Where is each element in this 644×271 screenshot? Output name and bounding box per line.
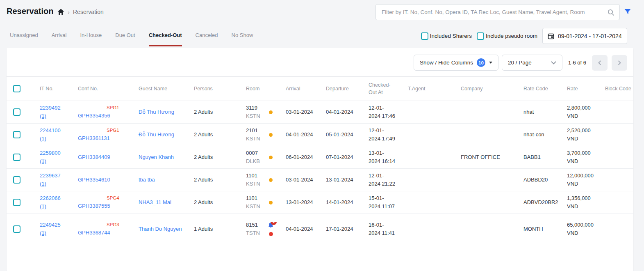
table-row[interactable]: 2249425 (1) SPG3 GPH3368744 Thanh Do Ngu… [7, 214, 633, 244]
pagination-range: 1-6 of 6 [568, 60, 586, 66]
rate-code-value: ADBBD20 [523, 176, 560, 184]
checked-out-at-line2: 2024 16:14 [369, 157, 397, 165]
departure-date: 07-01-2024 [326, 153, 362, 161]
arrival-date: 03-01-2024 [286, 176, 319, 184]
col-company[interactable]: Company [454, 85, 517, 92]
date-range-picker[interactable]: 09-01-2024 - 17-01-2024 [542, 28, 627, 44]
guest-name-link[interactable]: Đỗ Thu Hương [139, 131, 187, 139]
it-no-link[interactable]: 2249425 [40, 221, 73, 229]
search-icon[interactable] [607, 9, 614, 16]
col-rate[interactable]: Rate [560, 85, 598, 92]
conf-no-link[interactable]: GPH3354356 [78, 112, 132, 120]
departure-date: 05-01-2024 [326, 131, 362, 139]
it-no-count-link[interactable]: (1) [40, 135, 73, 143]
rate-amount: 2,800,000 [567, 104, 598, 112]
col-departure[interactable]: Departure [319, 85, 362, 92]
show-hide-columns-label: Show / Hide Columns [420, 60, 473, 66]
rate-amount: 65,000,000 [567, 221, 598, 229]
col-t-agent[interactable]: T.Agent [401, 85, 454, 92]
search-input[interactable] [382, 9, 607, 15]
guest-name-link[interactable]: Nguyen Khanh [139, 153, 187, 161]
col-block-code[interactable]: Block Code [598, 85, 633, 92]
filter-search[interactable] [375, 4, 620, 20]
include-pseudo-room-checkbox[interactable] [477, 32, 484, 40]
rate-amount: 12,000,000 [567, 172, 598, 180]
page-size-select[interactable]: 20 / Page [502, 55, 562, 71]
select-all-checkbox[interactable] [13, 85, 20, 92]
row-checkbox[interactable] [13, 225, 20, 233]
table-row[interactable]: 2239492 (1) SPG1 GPH3354356 Đỗ Thu Hương… [7, 101, 633, 124]
it-no-link[interactable]: 2262066 [40, 194, 73, 202]
conf-no-link[interactable]: GPH3354610 [78, 176, 132, 184]
conf-no-link[interactable]: GPH3368744 [78, 229, 132, 237]
conf-tag: SPG1 [107, 104, 132, 112]
tab-due-out[interactable]: Due Out [115, 32, 135, 46]
include-pseudo-room-option[interactable]: Include pseudo room [477, 32, 537, 40]
it-no-link[interactable]: 2239492 [40, 104, 73, 112]
table-row[interactable]: 2259800 (1) GPH3384409 Nguyen Khanh 2 Ad… [7, 146, 633, 169]
col-checked-out-at[interactable]: Checked-Out At [362, 81, 401, 96]
filter-funnel-icon[interactable] [624, 8, 633, 17]
table-row[interactable]: 2262066 (1) SPG4 GPH3387555 NHA3_11 Mai … [7, 191, 633, 214]
it-no-count-link[interactable]: (1) [40, 202, 73, 211]
checked-out-at-line1: 15-01- [369, 194, 397, 202]
checked-out-at-line1: 16-01- [369, 221, 397, 229]
col-room[interactable]: Room [239, 85, 262, 92]
breadcrumb-item[interactable]: Reservation [73, 9, 104, 15]
tab-unassigned[interactable]: Unassigned [10, 32, 38, 46]
rate-code-value: ADBVD20BR2 [523, 198, 560, 207]
included-sharers-checkbox[interactable] [421, 32, 428, 40]
guest-name-link[interactable]: NHA3_11 Mai [139, 198, 187, 207]
row-checkbox[interactable] [13, 108, 20, 116]
guest-name-link[interactable]: Thanh Do Nguyen [139, 225, 187, 233]
row-checkbox[interactable] [13, 154, 20, 161]
conf-no-link[interactable]: GPH3361131 [78, 134, 132, 142]
next-page-button[interactable] [612, 55, 627, 71]
it-no-count-link[interactable]: (1) [40, 157, 73, 165]
persons-value: 2 Adults [194, 108, 239, 116]
arrival-date: 04-01-2024 [286, 225, 319, 233]
rate-amount: 1,356,000 [567, 194, 598, 202]
it-no-link[interactable]: 2244100 [40, 126, 73, 135]
breadcrumb-chevron-icon: › [68, 9, 70, 15]
col-guest-name[interactable]: Guest Name [132, 85, 187, 92]
rate-currency: VND [567, 180, 598, 188]
it-no-count-link[interactable]: (1) [40, 112, 73, 120]
table-row[interactable]: 2239637 (1) GPH3354610 tba tba 2 Adults … [7, 169, 633, 191]
tab-no-show[interactable]: No Show [232, 32, 253, 46]
tab-arrival[interactable]: Arrival [52, 32, 67, 46]
room-number: 1101 [246, 172, 262, 180]
calendar-icon [548, 33, 554, 39]
tab-canceled[interactable]: Canceled [196, 32, 218, 46]
prev-page-button[interactable] [592, 55, 608, 71]
home-icon[interactable] [57, 9, 64, 15]
col-conf-no[interactable]: Conf No. [73, 85, 132, 92]
col-persons[interactable]: Persons [187, 85, 239, 92]
guest-name-link[interactable]: Đỗ Thu Hương [139, 108, 187, 116]
row-checkbox[interactable] [13, 176, 20, 184]
conf-no-link[interactable]: GPH3384409 [78, 153, 132, 161]
it-no-link[interactable]: 2259800 [40, 149, 73, 157]
show-hide-columns-button[interactable]: Show / Hide Columns 10 [414, 55, 498, 71]
arrival-date: 04-01-2024 [286, 131, 319, 139]
row-checkbox[interactable] [13, 131, 20, 138]
guest-name-link[interactable]: tba tba [139, 176, 187, 184]
table-row[interactable]: 2244100 (1) SPG1 GPH3361131 Đỗ Thu Hương… [7, 124, 633, 146]
table-header-row: IT No. Conf No. Guest Name Persons Room … [7, 76, 633, 101]
col-arrival[interactable]: Arrival [279, 85, 319, 92]
tab-checked-out[interactable]: Checked-Out [149, 32, 182, 46]
chevron-down-icon [551, 61, 556, 64]
checked-out-at-line1: 12-01- [369, 104, 397, 112]
conf-no-link[interactable]: GPH3387555 [78, 202, 132, 210]
room-type-code: KSTN [246, 112, 262, 120]
it-no-count-link[interactable]: (1) [40, 180, 73, 188]
bell-indicator[interactable]: 1 [267, 222, 274, 236]
it-no-link[interactable]: 2239637 [40, 172, 73, 180]
col-it-no[interactable]: IT No. [33, 85, 73, 92]
tab-in-house[interactable]: In-House [80, 32, 102, 46]
col-rate-code[interactable]: Rate Code [517, 85, 560, 92]
table-body: 2239492 (1) SPG1 GPH3354356 Đỗ Thu Hương… [7, 101, 633, 244]
included-sharers-option[interactable]: Included Sharers [421, 32, 472, 40]
row-checkbox[interactable] [13, 199, 20, 206]
it-no-count-link[interactable]: (1) [40, 229, 73, 237]
